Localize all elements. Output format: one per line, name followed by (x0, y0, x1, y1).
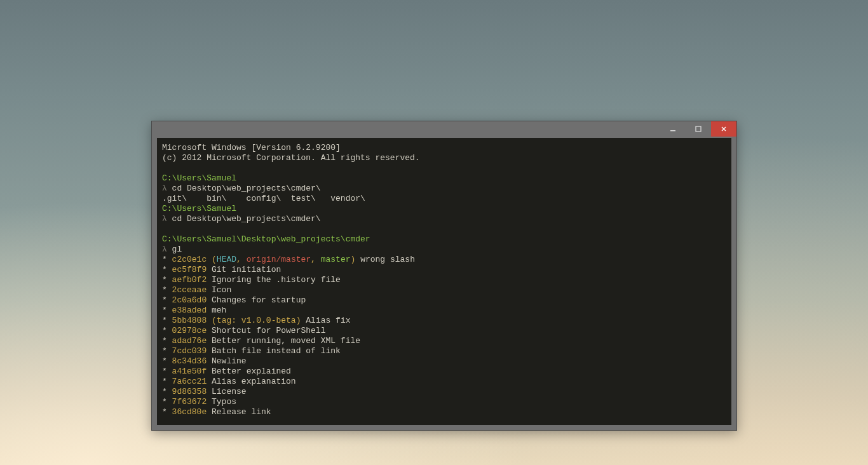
terminal-content: Microsoft Windows [Version 6.2.9200] (c)… (162, 143, 726, 417)
git-graph-node: * (162, 397, 172, 407)
commit-hash: a41e50f (172, 367, 207, 376)
commit-hash: 7cdc039 (172, 346, 207, 356)
svg-rect-1 (696, 126, 701, 131)
git-graph-node: * (162, 285, 172, 295)
commit-message: License (207, 387, 246, 396)
commit-hash: 7f63672 (172, 397, 207, 407)
git-graph-node: * (162, 275, 172, 285)
commit-message: Alias fix (301, 316, 350, 325)
git-graph-node: * (162, 326, 172, 335)
desktop-background: Microsoft Windows [Version 6.2.9200] (c)… (0, 0, 868, 465)
commit-message: Alias explanation (207, 377, 295, 386)
git-graph-node: * (162, 407, 172, 417)
git-ref-tag: tag: v1.0.0-beta (217, 316, 296, 325)
commit-hash: 2c0a6d0 (172, 295, 207, 305)
svg-rect-0 (670, 130, 675, 131)
commit-hash: e38aded (172, 306, 207, 315)
git-graph-node: * (162, 295, 172, 305)
commit-message: Changes for startup (207, 295, 306, 305)
commit-message: Newline (207, 356, 246, 366)
commit-message: Icon (207, 285, 231, 295)
git-ref-remote: origin/master (247, 255, 311, 264)
git-graph-node: * (162, 367, 172, 376)
commit-message: Typos (207, 397, 236, 407)
prompt-path: C:\Users\Samuel (162, 204, 236, 213)
terminal-window: Microsoft Windows [Version 6.2.9200] (c)… (151, 121, 737, 431)
maximize-button[interactable] (686, 121, 711, 137)
prompt-lambda: λ (162, 214, 167, 224)
window-titlebar[interactable] (152, 121, 736, 137)
git-graph-node: * (162, 356, 172, 366)
commit-hash: 7a6cc21 (172, 377, 207, 386)
commit-hash: 36cd80e (172, 407, 207, 417)
commit-message: Shortcut for PowerShell (207, 326, 325, 335)
commit-hash: 5bb4808 (172, 316, 207, 325)
prompt-command: cd Desktop\web_projects\cmder\ (167, 184, 321, 193)
prompt-path: C:\Users\Samuel (162, 173, 236, 183)
commit-message: Git initiation (207, 265, 281, 274)
commit-message: wrong slash (355, 255, 415, 264)
close-button[interactable] (711, 121, 736, 137)
git-graph-node: * (162, 255, 172, 264)
git-graph-node: * (162, 265, 172, 274)
prompt-lambda: λ (162, 184, 167, 193)
commit-message: Batch file instead of link (207, 346, 341, 356)
git-graph-node: * (162, 306, 172, 315)
commit-hash: 2cceaae (172, 285, 207, 295)
commit-message: Release link (207, 407, 271, 417)
git-graph-node: * (162, 336, 172, 346)
terminal-viewport[interactable]: Microsoft Windows [Version 6.2.9200] (c)… (157, 138, 731, 425)
git-ref-local: master (321, 255, 351, 264)
commit-hash: ec5f8f9 (172, 265, 207, 274)
commit-hash: aefb0f2 (172, 275, 207, 285)
git-graph-node: * (162, 377, 172, 386)
os-copyright-line: (c) 2012 Microsoft Corporation. All righ… (162, 153, 420, 163)
commit-hash: 9d86358 (172, 387, 207, 396)
minimize-button[interactable] (660, 121, 686, 137)
prompt-command: cd Desktop\web_projects\cmder\ (167, 214, 321, 224)
git-graph-node: * (162, 316, 172, 325)
commit-hash: adad76e (172, 336, 207, 346)
os-version-line: Microsoft Windows [Version 6.2.9200] (162, 143, 341, 152)
commit-message: Better explained (207, 367, 291, 376)
commit-message: meh (207, 306, 226, 315)
git-ref-head: HEAD (217, 255, 236, 264)
prompt-lambda: λ (162, 245, 167, 254)
prompt-command: gl (167, 245, 182, 254)
directory-listing: .git\ bin\ config\ test\ vendor\ (162, 194, 365, 203)
prompt-path: C:\Users\Samuel\Desktop\web_projects\cmd… (162, 234, 370, 244)
git-graph-node: * (162, 387, 172, 396)
commit-message: Ignoring the .history file (207, 275, 341, 285)
commit-hash: 8c34d36 (172, 356, 207, 366)
git-graph-node: * (162, 346, 172, 356)
commit-message: Better running, moved XML file (207, 336, 360, 346)
commit-hash: 02978ce (172, 326, 207, 335)
commit-hash: c2c0e1c (172, 255, 207, 264)
